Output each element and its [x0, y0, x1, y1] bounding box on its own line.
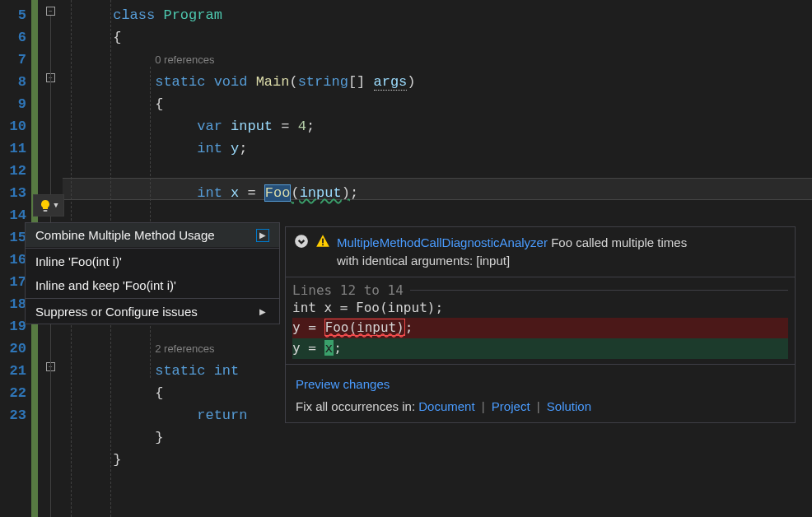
diagnostic-footer: Preview changes Fix all occurrences in: … — [286, 365, 795, 422]
codelens[interactable]: 0 references — [63, 49, 812, 71]
fix-document-link[interactable]: Document — [418, 399, 474, 413]
line-number: 20 — [0, 338, 26, 360]
line-number: 13 — [0, 182, 26, 204]
line-number: 5 — [0, 4, 26, 26]
code-line[interactable]: static void Main(string[] args) — [63, 71, 812, 93]
line-number: 11 — [0, 137, 26, 160]
diagnostic-header: MultipleMethodCallDiagnosticAnalyzer Foo… — [286, 227, 795, 277]
line-number: 12 — [0, 160, 26, 182]
menu-item-combine-usage[interactable]: Combine Multiple Method Usage ▶ — [26, 223, 279, 247]
line-number: 23 — [0, 404, 26, 426]
line-number: 16 — [0, 249, 26, 271]
diagnostic-message: with identical arguments: [input] — [337, 254, 510, 268]
code-line[interactable]: { — [63, 93, 812, 115]
code-line[interactable]: class Program — [63, 4, 812, 26]
line-number: 17 — [0, 271, 26, 293]
svg-rect-0 — [44, 210, 48, 212]
diagnostic-message: Foo called multiple times — [551, 235, 687, 249]
submenu-arrow-icon: ▶ — [259, 307, 269, 316]
code-line[interactable]: } — [63, 449, 812, 471]
fold-collapse-icon[interactable]: − — [46, 7, 55, 16]
diff-title: Lines 12 to 14 — [292, 282, 788, 298]
diff-preview: Lines 12 to 14 int x = Foo(input); y = F… — [286, 277, 795, 364]
menu-item-label: Inline 'Foo(int i)' — [35, 254, 122, 268]
menu-item-label: Combine Multiple Method Usage — [35, 228, 215, 242]
code-line[interactable]: } — [63, 426, 812, 449]
line-number: 7 — [0, 49, 26, 71]
fix-solution-link[interactable]: Solution — [547, 399, 591, 413]
line-number: 14 — [0, 204, 26, 226]
lightbulb-icon — [39, 199, 52, 212]
lightbulb-button[interactable]: ▼ — [33, 194, 64, 217]
line-number: 9 — [0, 93, 26, 115]
code-line[interactable] — [63, 160, 812, 182]
line-number: 18 — [0, 293, 26, 315]
diff-added-line: y = x; — [292, 338, 788, 359]
code-line[interactable]: int x = Foo(input); — [63, 182, 812, 204]
line-number: 19 — [0, 315, 26, 338]
chevron-down-circle-icon[interactable] — [294, 234, 309, 249]
svg-rect-2 — [322, 239, 324, 244]
chevron-down-icon: ▼ — [54, 202, 58, 210]
warning-icon — [315, 234, 330, 249]
line-number: 22 — [0, 382, 26, 404]
line-number: 21 — [0, 360, 26, 382]
menu-separator — [26, 298, 279, 299]
fix-all-label: Fix all occurrences in: — [296, 399, 415, 413]
menu-item-suppress-configure[interactable]: Suppress or Configure issues ▶ — [26, 300, 279, 324]
analyzer-link[interactable]: MultipleMethodCallDiagnosticAnalyzer — [337, 235, 548, 249]
line-number: 8 — [0, 71, 26, 93]
svg-point-1 — [295, 235, 308, 248]
menu-separator — [26, 248, 279, 249]
line-number: 15 — [0, 226, 26, 249]
submenu-arrow-icon: ▶ — [256, 229, 269, 242]
menu-item-inline-keep-foo[interactable]: Inline and keep 'Foo(int i)' — [26, 273, 279, 297]
quick-actions-menu: Combine Multiple Method Usage ▶ Inline '… — [25, 222, 280, 324]
code-line[interactable]: int y; — [63, 137, 812, 160]
fix-project-link[interactable]: Project — [492, 399, 530, 413]
code-line[interactable]: { — [63, 26, 812, 49]
line-number: 10 — [0, 115, 26, 137]
diff-context-line: int x = Foo(input); — [292, 298, 788, 319]
preview-changes-link[interactable]: Preview changes — [296, 377, 390, 391]
line-number: 6 — [0, 26, 26, 49]
svg-rect-3 — [322, 244, 324, 245]
code-line[interactable]: var input = 4; — [63, 115, 812, 137]
menu-item-label: Inline and keep 'Foo(int i)' — [35, 278, 176, 292]
diagnostic-preview-panel: MultipleMethodCallDiagnosticAnalyzer Foo… — [285, 226, 796, 423]
diff-removed-line: y = Foo(input); — [292, 318, 788, 338]
menu-item-label: Suppress or Configure issues — [35, 305, 198, 319]
menu-item-inline-foo[interactable]: Inline 'Foo(int i)' — [26, 249, 279, 273]
